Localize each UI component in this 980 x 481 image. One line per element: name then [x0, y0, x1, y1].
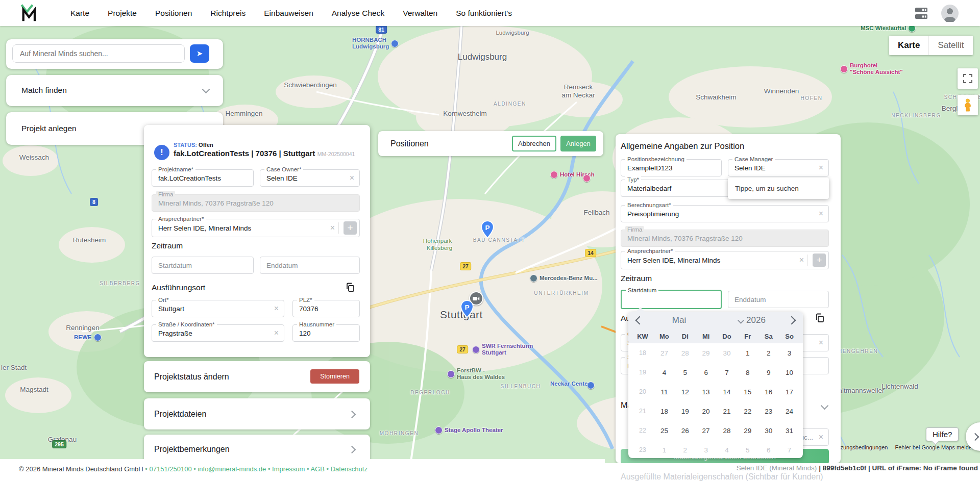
poi-marker-icon[interactable]	[840, 65, 848, 73]
nav-item[interactable]: Richtpreis	[210, 9, 246, 18]
hausnummer-field[interactable]: Hausnummer 120	[292, 324, 360, 342]
calendar-day[interactable]: 6	[696, 369, 717, 376]
calendar-day[interactable]: 8	[737, 369, 758, 376]
project-pin[interactable]: P	[460, 300, 474, 320]
poi-marker-icon[interactable]	[391, 40, 399, 47]
calendar-day[interactable]: 24	[779, 408, 800, 415]
ort-field[interactable]: Ort* Stuttgart ×	[152, 300, 284, 317]
map-poi[interactable]	[587, 382, 595, 389]
startdatum-field[interactable]: Startdatum	[152, 257, 254, 274]
nav-item[interactable]: Einbauweisen	[264, 9, 313, 18]
calendar-day[interactable]: 6	[758, 446, 779, 454]
calendar-day[interactable]: 28	[717, 427, 738, 435]
calendar-day[interactable]: 9	[758, 369, 779, 376]
case-owner-field[interactable]: Case Owner* Selen IDE ×	[260, 169, 360, 187]
calendar-day[interactable]: 29	[696, 349, 717, 357]
pegman-button[interactable]	[958, 95, 978, 115]
calendar-day[interactable]: 5	[675, 369, 696, 376]
map-poi[interactable]: REWE	[74, 334, 102, 341]
calendar-day[interactable]: 21	[717, 408, 738, 415]
poi-marker-icon[interactable]	[472, 346, 480, 353]
copy-icon[interactable]	[815, 313, 825, 323]
stornieren-button[interactable]: Stornieren	[310, 369, 359, 384]
calendar-day[interactable]: 20	[696, 408, 717, 415]
poi-marker-icon[interactable]	[94, 334, 102, 341]
projektdateien-card[interactable]: Projektdateien	[144, 398, 370, 429]
nav-item[interactable]: Karte	[70, 9, 89, 18]
enddatum-field[interactable]: Enddatum	[260, 257, 360, 274]
map-poi[interactable]: SWR FernsehturmStuttgart	[472, 343, 533, 356]
calendar-day[interactable]: 25	[654, 427, 675, 435]
plz-field[interactable]: PLZ* 70376	[292, 300, 360, 317]
clear-icon[interactable]: ×	[819, 210, 823, 218]
calendar-day[interactable]: 5	[737, 446, 758, 454]
mineral-minds-logo[interactable]	[19, 4, 38, 24]
footer-link[interactable]: Datenschutz	[331, 465, 368, 473]
calendar-day[interactable]: 28	[675, 349, 696, 357]
nav-item[interactable]: So funktioniert's	[456, 9, 512, 18]
calendar-day[interactable]: 3	[696, 446, 717, 454]
ansprechpartner-field[interactable]: Ansprechpartner* Herr Selen IDE, Mineral…	[621, 251, 829, 269]
calendar-day[interactable]: 16	[758, 388, 779, 396]
case-manager-field[interactable]: Case Manager Selen IDE ×	[728, 159, 829, 176]
map-poi[interactable]: HORNBACHLudwigsburg	[352, 37, 399, 50]
poi-marker-icon[interactable]	[447, 370, 455, 378]
clear-icon[interactable]: ×	[274, 329, 279, 337]
chevron-down-icon[interactable]	[821, 402, 829, 410]
nav-item[interactable]: Verwalten	[403, 9, 437, 18]
calendar-day[interactable]: 4	[717, 446, 738, 454]
chevron-down-icon[interactable]	[202, 86, 210, 94]
calendar-day[interactable]: 29	[737, 427, 758, 435]
user-avatar[interactable]	[941, 5, 959, 22]
calendar-day[interactable]: 4	[654, 369, 675, 376]
fullscreen-button[interactable]	[958, 68, 978, 89]
calendar-month[interactable]: Mai	[643, 315, 716, 325]
footer-link[interactable]: AGB	[310, 465, 324, 473]
calendar-next-icon[interactable]	[788, 316, 796, 325]
map-poi[interactable]: Neckar Center	[550, 381, 590, 387]
map-poi[interactable]: Mercedes-Benz Mu...	[530, 274, 598, 282]
attribution-report[interactable]: Fehler bei Google Maps melden	[895, 444, 975, 450]
copy-icon[interactable]	[345, 282, 355, 292]
calendar-day[interactable]: 19	[675, 408, 696, 415]
card-terminal-icon[interactable]	[914, 7, 929, 20]
match-finden-card[interactable]: Match finden	[6, 75, 223, 106]
calendar-day[interactable]: 14	[717, 388, 738, 396]
abbrechen-button[interactable]: Abbrechen	[512, 136, 556, 151]
enddatum-field[interactable]: Enddatum	[728, 291, 829, 308]
add-contact-button[interactable]: +	[813, 254, 826, 267]
calendar-day[interactable]: 31	[779, 427, 800, 435]
ansprechpartner-field[interactable]: Ansprechpartner* Herr Selen IDE, Mineral…	[152, 219, 360, 237]
dropdown-option[interactable]: Tippe, um zu suchen	[735, 185, 799, 192]
calendar-day[interactable]: 30	[758, 427, 779, 435]
clear-icon[interactable]: ×	[819, 433, 823, 441]
poi-marker-icon[interactable]	[435, 426, 443, 434]
startdatum-field-focused[interactable]: Startdatum	[621, 290, 722, 309]
map-poi[interactable]	[583, 174, 591, 182]
calendar-day[interactable]: 1	[654, 446, 675, 454]
map-type-karte[interactable]: Karte	[889, 36, 928, 55]
strasse-field[interactable]: Straße / Koordinaten* Pragstraße ×	[152, 324, 284, 342]
poi-marker-icon[interactable]	[587, 382, 595, 389]
anlegen-button[interactable]: Anlegen	[560, 136, 596, 151]
calendar-day[interactable]: 7	[779, 446, 800, 454]
poi-marker-icon[interactable]	[550, 171, 558, 179]
calendar-day[interactable]: 1	[737, 349, 758, 357]
project-pin[interactable]: P	[481, 220, 495, 241]
footer-link[interactable]: info@mineral-minds.de	[198, 465, 266, 473]
map-poi[interactable]: Stage Apollo Theater	[435, 426, 503, 434]
help-bubble[interactable]: Hilfe?	[926, 427, 959, 441]
footer-link[interactable]: Impressum	[272, 465, 305, 473]
add-contact-button[interactable]: +	[344, 221, 357, 235]
map-poi[interactable]: ForstBW -Haus des Waldes	[447, 367, 505, 381]
nav-item[interactable]: Analyse Check	[332, 9, 384, 18]
poi-marker-icon[interactable]	[583, 174, 591, 182]
calendar-day[interactable]: 22	[737, 408, 758, 415]
nav-item[interactable]: Projekte	[108, 9, 137, 18]
calendar-day[interactable]: 23	[758, 408, 779, 415]
calendar-day[interactable]: 2	[675, 446, 696, 454]
berechnungsart-field[interactable]: Berechnungsart* Preisoptimierung ×	[621, 205, 829, 222]
calendar-day[interactable]: 15	[737, 388, 758, 396]
calendar-day[interactable]: 27	[696, 427, 717, 435]
calendar-day[interactable]: 7	[717, 369, 738, 376]
